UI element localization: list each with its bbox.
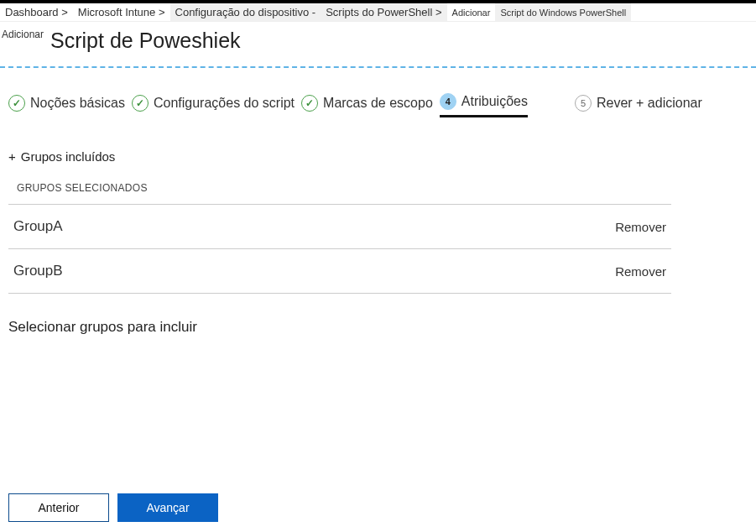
breadcrumb-item[interactable]: Configuração do dispositivo - <box>170 3 321 21</box>
step-number-icon: 5 <box>575 95 592 112</box>
add-included-groups[interactable]: + Grupos incluídos <box>8 149 115 164</box>
breadcrumb-item[interactable]: Dashboard > <box>0 3 73 21</box>
plus-icon: + <box>8 150 16 163</box>
breadcrumb: Dashboard >Microsoft Intune >Configuraçã… <box>0 3 756 22</box>
check-icon <box>8 95 25 112</box>
step-number-icon: 4 <box>440 93 456 110</box>
remove-group-link[interactable]: Remover <box>615 264 666 279</box>
group-name: GroupA <box>13 218 63 235</box>
wizard-steps: Noções básicasConfigurações do scriptMar… <box>0 93 756 124</box>
check-icon <box>301 95 318 112</box>
breadcrumb-item[interactable]: Scripts do PowerShell > <box>321 3 446 21</box>
breadcrumb-item[interactable]: Microsoft Intune > <box>73 3 170 21</box>
wizard-step-basics[interactable]: Noções básicas <box>8 95 125 117</box>
breadcrumb-item[interactable]: Adicionar <box>447 3 496 21</box>
group-row: GroupBRemover <box>8 249 671 294</box>
group-name: GroupB <box>13 263 63 279</box>
check-icon <box>132 95 149 112</box>
page-overline: Adicionar <box>2 29 44 40</box>
breadcrumb-item[interactable]: Script do Windows PowerShell <box>495 3 631 21</box>
wizard-step-assign[interactable]: 4Atribuições <box>440 93 528 117</box>
previous-button[interactable]: Anterior <box>8 493 109 522</box>
group-row: GroupARemover <box>8 205 671 249</box>
remove-group-link[interactable]: Remover <box>615 220 666 234</box>
wizard-step-label: Marcas de escopo <box>323 96 433 111</box>
assignments-content: + Grupos incluídos GRUPOS SELECIONADOS G… <box>0 149 756 336</box>
wizard-step-label: Configurações do script <box>154 96 295 111</box>
wizard-step-review[interactable]: 5Rever + adicionar <box>575 95 702 117</box>
wizard-step-config[interactable]: Configurações do script <box>132 95 295 117</box>
page-header: Adicionar Script de Poweshiek <box>0 22 756 61</box>
select-groups-link[interactable]: Selecionar grupos para incluir <box>8 319 748 336</box>
divider-dashed <box>0 66 756 68</box>
wizard-step-label: Rever + adicionar <box>597 96 702 111</box>
wizard-step-label: Noções básicas <box>30 96 125 111</box>
selected-groups-label: GRUPOS SELECIONADOS <box>17 182 748 194</box>
next-button[interactable]: Avançar <box>117 493 218 522</box>
wizard-step-label: Atribuições <box>461 94 528 109</box>
group-list: GroupARemoverGroupBRemover <box>8 204 671 294</box>
add-groups-label: Grupos incluídos <box>21 149 116 164</box>
wizard-step-scope[interactable]: Marcas de escopo <box>301 95 433 117</box>
wizard-footer: Anterior Avançar <box>8 493 218 522</box>
page-title: Script de Poweshiek <box>50 29 241 53</box>
